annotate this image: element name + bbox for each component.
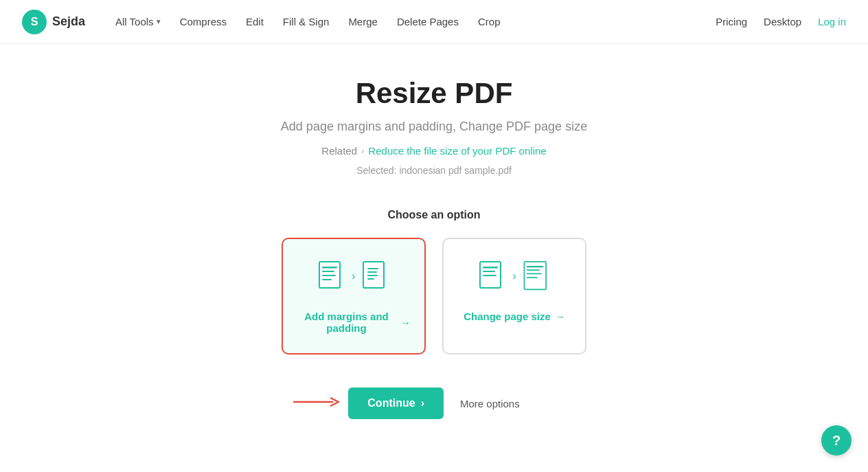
nav-login[interactable]: Log in xyxy=(818,16,846,27)
bottom-actions: Continue › More options xyxy=(348,387,519,419)
doc-medium-icon xyxy=(479,261,505,291)
svg-rect-15 xyxy=(527,266,544,267)
nav-links: All Tools ▾ Compress Edit Fill & Sign Me… xyxy=(107,10,716,33)
arrow-right-icon2: › xyxy=(512,270,516,282)
nav-fill-sign[interactable]: Fill & Sign xyxy=(275,10,338,33)
nav-crop[interactable]: Crop xyxy=(470,10,509,33)
doc-large-icon2 xyxy=(523,261,549,291)
nav-right: Pricing Desktop Log in xyxy=(716,16,846,27)
options-row: › Add margins and padding → xyxy=(282,238,586,355)
svg-rect-16 xyxy=(527,269,540,271)
navbar: S Sejda All Tools ▾ Compress Edit Fill &… xyxy=(0,0,868,44)
svg-rect-2 xyxy=(322,271,334,272)
logo-icon: S xyxy=(22,10,47,34)
svg-rect-8 xyxy=(367,275,378,276)
nav-compress[interactable]: Compress xyxy=(172,10,235,33)
chevron-down-icon: ▾ xyxy=(157,17,161,26)
option-pagesize[interactable]: › Change page size → xyxy=(442,238,586,355)
margins-card-title: Add margins and padding → xyxy=(297,311,411,334)
doc-small-icon xyxy=(363,261,389,291)
pagesize-icon-area: › xyxy=(479,261,549,291)
nav-all-tools[interactable]: All Tools ▾ xyxy=(107,10,169,33)
help-button[interactable]: ? xyxy=(821,425,852,456)
margins-icon-area: › xyxy=(319,261,388,291)
svg-rect-14 xyxy=(524,262,546,289)
option-margins[interactable]: › Add margins and padding → xyxy=(282,238,426,355)
related-chevron-icon: › xyxy=(361,146,364,156)
svg-rect-13 xyxy=(483,275,496,276)
arrow-indicator xyxy=(293,394,341,413)
selected-file-text: Selected: indonesian pdf sample.pdf xyxy=(356,165,512,176)
svg-rect-4 xyxy=(322,279,332,280)
related-link[interactable]: Reduce the file size of your PDF online xyxy=(368,145,546,157)
svg-rect-7 xyxy=(367,271,377,273)
more-options-link[interactable]: More options xyxy=(460,398,520,409)
related-label: Related xyxy=(321,145,357,157)
choose-option-label: Choose an option xyxy=(387,209,480,221)
svg-rect-6 xyxy=(367,268,378,269)
svg-rect-9 xyxy=(367,278,374,280)
doc-large-icon xyxy=(319,261,345,291)
logo-text: Sejda xyxy=(52,14,85,29)
nav-desktop[interactable]: Desktop xyxy=(764,16,801,27)
related-row: Related › Reduce the file size of your P… xyxy=(321,145,546,157)
svg-rect-17 xyxy=(527,273,542,275)
svg-rect-1 xyxy=(322,267,337,269)
svg-rect-11 xyxy=(483,267,498,269)
nav-edit[interactable]: Edit xyxy=(238,10,272,33)
svg-rect-3 xyxy=(322,275,336,276)
nav-delete-pages[interactable]: Delete Pages xyxy=(389,10,467,33)
nav-pricing[interactable]: Pricing xyxy=(716,16,747,27)
svg-rect-12 xyxy=(483,271,495,272)
continue-button[interactable]: Continue › xyxy=(348,387,444,419)
page-subtitle: Add page margins and padding, Change PDF… xyxy=(281,120,587,134)
svg-rect-18 xyxy=(527,277,538,278)
arrow-right-icon: › xyxy=(352,270,355,282)
nav-merge[interactable]: Merge xyxy=(340,10,386,33)
logo[interactable]: S Sejda xyxy=(22,10,85,34)
main-content: Resize PDF Add page margins and padding,… xyxy=(0,44,868,460)
page-title: Resize PDF xyxy=(356,77,513,110)
pagesize-card-title: Change page size → xyxy=(464,311,565,322)
